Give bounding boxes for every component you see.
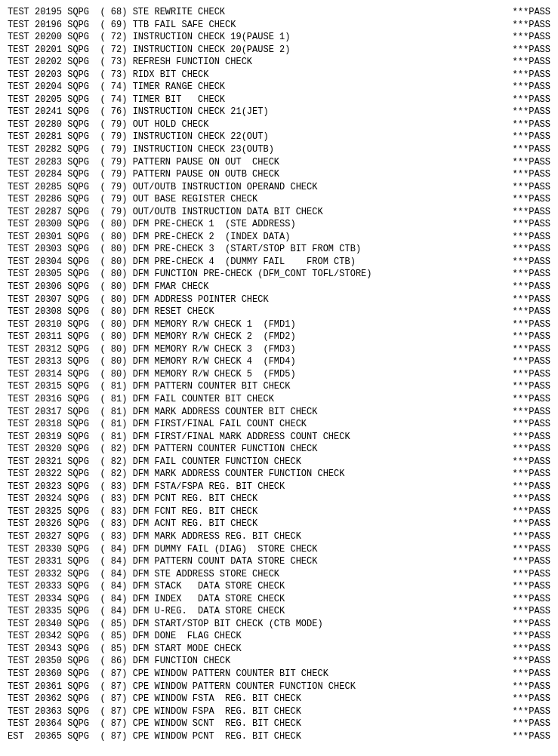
test-result: ***PASS — [498, 193, 550, 206]
test-description: TEST 20335 SQPG ( 84) DFM U-REG. DATA ST… — [8, 605, 498, 618]
table-row: TEST 20282 SQPG ( 79) INSTRUCTION CHECK … — [8, 143, 550, 156]
test-result: ***PASS — [498, 206, 550, 219]
test-description: TEST 20287 SQPG ( 79) OUT/OUTB INSTRUCTI… — [8, 206, 498, 219]
test-description: TEST 20362 SQPG ( 87) CPE WINDOW FSTA RE… — [8, 693, 498, 705]
table-row: TEST 20203 SQPG ( 73) RIDX BIT CHECK***P… — [8, 69, 550, 81]
table-row: TEST 20317 SQPG ( 81) DFM MARK ADDRESS C… — [8, 406, 550, 419]
table-row: TEST 20327 SQPG ( 83) DFM MARK ADDRESS R… — [8, 530, 550, 543]
table-row: TEST 20303 SQPG ( 80) DFM PRE-CHECK 3 (S… — [8, 243, 550, 256]
table-row: TEST 20324 SQPG ( 83) DFM PCNT REG. BIT … — [8, 493, 550, 506]
test-description: TEST 20340 SQPG ( 85) DFM START/STOP BIT… — [8, 618, 498, 631]
test-result: ***PASS — [498, 368, 550, 381]
test-description: TEST 20323 SQPG ( 83) DFM FSTA/FSPA REG.… — [8, 481, 498, 493]
table-row: TEST 20195 SQPG ( 68) STE REWRITE CHECK*… — [8, 6, 550, 19]
test-description: TEST 20334 SQPG ( 84) DFM INDEX DATA STO… — [8, 593, 498, 606]
table-row: TEST 20301 SQPG ( 80) DFM PRE-CHECK 2 (I… — [8, 231, 550, 244]
test-result: ***PASS — [498, 69, 550, 81]
test-result: ***PASS — [498, 605, 550, 618]
test-result: ***PASS — [498, 681, 550, 693]
table-row: TEST 20340 SQPG ( 85) DFM START/STOP BIT… — [8, 618, 550, 631]
test-description: TEST 20317 SQPG ( 81) DFM MARK ADDRESS C… — [8, 406, 498, 419]
test-result: ***PASS — [498, 281, 550, 293]
test-result: ***PASS — [498, 6, 550, 19]
test-description: TEST 20304 SQPG ( 80) DFM PRE-CHECK 4 (D… — [8, 256, 498, 269]
test-result: ***PASS — [498, 355, 550, 368]
table-row: TEST 20362 SQPG ( 87) CPE WINDOW FSTA RE… — [8, 693, 550, 705]
test-description: TEST 20322 SQPG ( 82) DFM MARK ADDRESS C… — [8, 468, 498, 481]
test-description: TEST 20307 SQPG ( 80) DFM ADDRESS POINTE… — [8, 293, 498, 306]
test-result: ***PASS — [498, 643, 550, 656]
table-row: EST 20365 SQPG ( 87) CPE WINDOW PCNT REG… — [8, 730, 550, 743]
test-description: TEST 20306 SQPG ( 80) DFM FMAR CHECK — [8, 281, 498, 293]
test-result: ***PASS — [498, 56, 550, 69]
test-result: ***PASS — [498, 118, 550, 131]
test-description: TEST 20310 SQPG ( 80) DFM MEMORY R/W CHE… — [8, 318, 498, 331]
test-description: TEST 20196 SQPG ( 69) TTB FAIL SAFE CHEC… — [8, 19, 498, 32]
test-description: TEST 20313 SQPG ( 80) DFM MEMORY R/W CHE… — [8, 355, 498, 368]
table-row: TEST 20319 SQPG ( 81) DFM FIRST/FINAL MA… — [8, 431, 550, 444]
table-row: TEST 20305 SQPG ( 80) DFM FUNCTION PRE-C… — [8, 268, 550, 281]
table-row: TEST 20286 SQPG ( 79) OUT BASE REGISTER … — [8, 193, 550, 206]
test-description: TEST 20360 SQPG ( 87) CPE WINDOW PATTERN… — [8, 668, 498, 681]
test-result: ***PASS — [498, 456, 550, 469]
test-result: ***PASS — [498, 256, 550, 269]
test-result: ***PASS — [498, 156, 550, 169]
test-description: TEST 20332 SQPG ( 84) DFM STE ADDRESS ST… — [8, 568, 498, 581]
test-result: ***PASS — [498, 44, 550, 57]
test-result: ***PASS — [498, 318, 550, 331]
test-result: ***PASS — [498, 406, 550, 419]
test-description: TEST 20314 SQPG ( 80) DFM MEMORY R/W CHE… — [8, 368, 498, 381]
table-row: TEST 20284 SQPG ( 79) PATTERN PAUSE ON O… — [8, 168, 550, 181]
test-description: TEST 20331 SQPG ( 84) DFM PATTERN COUNT … — [8, 555, 498, 568]
test-result: ***PASS — [498, 730, 550, 743]
table-row: TEST 20314 SQPG ( 80) DFM MEMORY R/W CHE… — [8, 368, 550, 381]
table-row: TEST 20322 SQPG ( 82) DFM MARK ADDRESS C… — [8, 468, 550, 481]
table-row: TEST 20323 SQPG ( 83) DFM FSTA/FSPA REG.… — [8, 481, 550, 493]
test-result: ***PASS — [498, 131, 550, 143]
table-row: TEST 20331 SQPG ( 84) DFM PATTERN COUNT … — [8, 555, 550, 568]
test-description: TEST 20205 SQPG ( 74) TIMER BIT CHECK — [8, 94, 498, 106]
test-output: TEST 20195 SQPG ( 68) STE REWRITE CHECK*… — [8, 6, 550, 742]
test-result: ***PASS — [498, 555, 550, 568]
table-row: TEST 20241 SQPG ( 76) INSTRUCTION CHECK … — [8, 106, 550, 118]
test-description: TEST 20195 SQPG ( 68) STE REWRITE CHECK — [8, 6, 498, 19]
table-row: TEST 20330 SQPG ( 84) DFM DUMMY FAIL (DI… — [8, 543, 550, 556]
test-description: TEST 20318 SQPG ( 81) DFM FIRST/FINAL FA… — [8, 418, 498, 431]
table-row: TEST 20326 SQPG ( 83) DFM ACNT REG. BIT … — [8, 518, 550, 530]
test-result: ***PASS — [498, 218, 550, 231]
test-result: ***PASS — [498, 481, 550, 493]
test-description: TEST 20301 SQPG ( 80) DFM PRE-CHECK 2 (I… — [8, 231, 498, 244]
table-row: TEST 20361 SQPG ( 87) CPE WINDOW PATTERN… — [8, 681, 550, 693]
test-description: TEST 20283 SQPG ( 79) PATTERN PAUSE ON O… — [8, 156, 498, 169]
test-description: TEST 20363 SQPG ( 87) CPE WINDOW FSPA RE… — [8, 705, 498, 718]
test-description: TEST 20327 SQPG ( 83) DFM MARK ADDRESS R… — [8, 530, 498, 543]
test-description: TEST 20308 SQPG ( 80) DFM RESET CHECK — [8, 306, 498, 318]
test-result: ***PASS — [498, 380, 550, 393]
test-result: ***PASS — [498, 168, 550, 181]
table-row: TEST 20205 SQPG ( 74) TIMER BIT CHECK***… — [8, 94, 550, 106]
test-description: TEST 20202 SQPG ( 73) REFRESH FUNCTION C… — [8, 56, 498, 69]
test-result: ***PASS — [498, 94, 550, 106]
table-row: TEST 20364 SQPG ( 87) CPE WINDOW SCNT RE… — [8, 718, 550, 730]
test-description: TEST 20204 SQPG ( 74) TIMER RANGE CHECK — [8, 81, 498, 94]
test-result: ***PASS — [498, 343, 550, 356]
table-row: TEST 20315 SQPG ( 81) DFM PATTERN COUNTE… — [8, 380, 550, 393]
test-description: TEST 20284 SQPG ( 79) PATTERN PAUSE ON O… — [8, 168, 498, 181]
table-row: TEST 20285 SQPG ( 79) OUT/OUTB INSTRUCTI… — [8, 181, 550, 194]
test-result: ***PASS — [498, 143, 550, 156]
test-description: TEST 20315 SQPG ( 81) DFM PATTERN COUNTE… — [8, 380, 498, 393]
test-description: TEST 20305 SQPG ( 80) DFM FUNCTION PRE-C… — [8, 268, 498, 281]
test-result: ***PASS — [498, 506, 550, 518]
table-row: TEST 20202 SQPG ( 73) REFRESH FUNCTION C… — [8, 56, 550, 69]
test-description: TEST 20333 SQPG ( 84) DFM STACK DATA STO… — [8, 580, 498, 593]
table-row: TEST 20287 SQPG ( 79) OUT/OUTB INSTRUCTI… — [8, 206, 550, 219]
test-result: ***PASS — [498, 431, 550, 444]
table-row: TEST 20332 SQPG ( 84) DFM STE ADDRESS ST… — [8, 568, 550, 581]
test-description: TEST 20312 SQPG ( 80) DFM MEMORY R/W CHE… — [8, 343, 498, 356]
test-result: ***PASS — [498, 330, 550, 343]
test-result: ***PASS — [498, 518, 550, 530]
table-row: TEST 20333 SQPG ( 84) DFM STACK DATA STO… — [8, 580, 550, 593]
table-row: TEST 20320 SQPG ( 82) DFM PATTERN COUNTE… — [8, 443, 550, 456]
test-result: ***PASS — [498, 468, 550, 481]
table-row: TEST 20200 SQPG ( 72) INSTRUCTION CHECK … — [8, 31, 550, 44]
